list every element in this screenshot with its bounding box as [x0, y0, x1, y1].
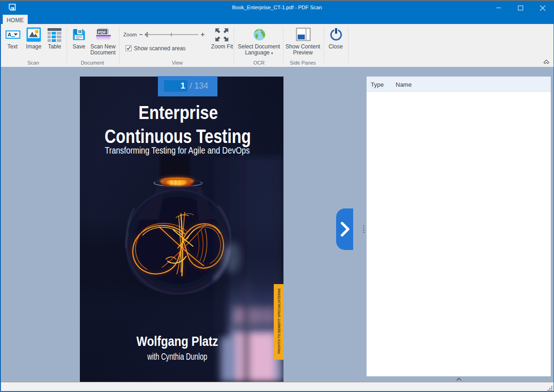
svg-text:Continuous Testing: Continuous Testing	[105, 125, 251, 147]
svg-text:Wolfgang Platz: Wolfgang Platz	[137, 333, 218, 349]
svg-text:PROFITS TO BENEFIT SPECIALISTE: PROFITS TO BENEFIT SPECIALISTERNE	[277, 288, 281, 354]
svg-text:Enterprise: Enterprise	[138, 102, 218, 123]
svg-text:with Cynthia Dunlop: with Cynthia Dunlop	[147, 351, 207, 362]
svg-text:Transforming Testing for Agile: Transforming Testing for Agile and DevOp…	[105, 145, 250, 155]
svg-text:PDF: PDF	[98, 30, 107, 35]
svg-text:A: A	[8, 32, 12, 37]
